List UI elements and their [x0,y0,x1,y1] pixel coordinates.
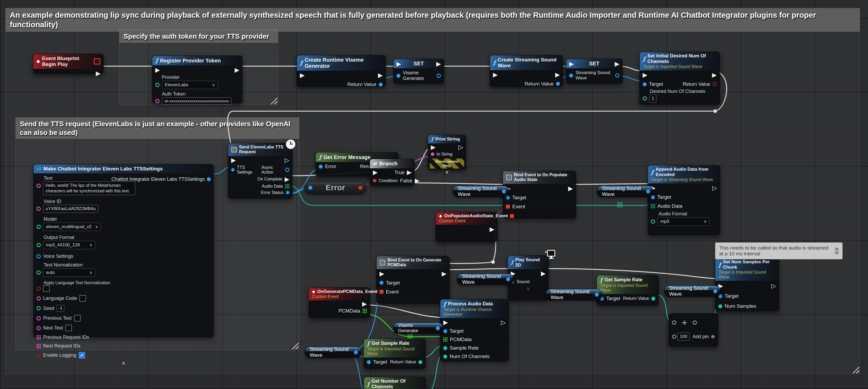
var-out-pin[interactable] [437,73,441,78]
voice-id-pin[interactable] [36,207,41,211]
num-channels-pin[interactable] [443,355,447,359]
provider-enum-pin[interactable] [155,83,159,87]
exec-out-pin[interactable]: ▶ [378,72,383,78]
node-print-string[interactable]: ƒ Print String ▶ ▷ In String Development… [428,135,466,170]
audio-data-array-pin[interactable] [651,204,655,208]
getter-out-pin[interactable] [506,277,510,281]
exec-out-pin[interactable]: ▶ [615,61,619,67]
node-bind-event-generate-pcmdata[interactable]: Bind Event to On Generate PCMData ▶ ▶ Ta… [376,256,450,303]
async-action-pin[interactable] [285,168,289,172]
getter-out-pin[interactable] [713,289,717,293]
node-set-initial-desired-num-channels[interactable]: ƒ Set Initial Desired Num Of Channels Ta… [640,52,720,104]
exec-in-pin[interactable]: ▶ [155,67,160,73]
exec-in-pin[interactable]: ▶ [493,72,498,78]
desired-num-channels-pin[interactable] [643,96,647,100]
struct-output-pin[interactable] [207,177,211,181]
audio-format-pin[interactable] [651,219,655,223]
reroute-dot[interactable] [713,109,717,113]
getter-out-pin[interactable] [646,189,650,193]
auth-token-input[interactable]: sk-xxxxxxxxxxxxxxxxxxxxxxxxxxxxxx [162,97,231,104]
exec-in-pin[interactable]: ▶ [231,157,236,163]
node-create-streaming-sound-wave[interactable]: ƒ Create Streaming Sound Wave ▶ ▶ Return… [490,55,563,87]
divide-input-b-pin[interactable] [672,334,676,339]
on-complete-exec-pin[interactable]: ▶ [285,176,289,182]
getter-streaming-sound-wave[interactable]: Streaming Sound Wave [453,186,509,197]
exec-in-pin[interactable]: ▶ [373,169,378,175]
true-exec-pin[interactable]: ▶ [407,169,411,175]
sample-rate-pin[interactable] [443,346,447,350]
node-comment-bubble[interactable]: This needs to be called so that audio is… [715,242,843,259]
previous-request-ids-pin[interactable] [36,335,41,339]
error-in-pin[interactable] [308,186,312,190]
node-event-begin-play[interactable]: ◆ Event Blueprint Begin Play ▶ [33,54,104,74]
exec-out-pin[interactable]: ▶ [442,271,446,277]
var-in-pin[interactable] [397,74,400,78]
divide-input-b-value[interactable]: 100 [677,333,689,340]
delegate-pin[interactable] [510,214,514,218]
previous-text-pin[interactable] [36,316,41,321]
exec-out-pin[interactable]: ▶ [541,270,546,276]
getter-streaming-sound-wave[interactable]: Streaming Sound Wave [597,186,653,197]
auth-token-pin[interactable] [155,99,159,103]
next-text-pin[interactable] [36,326,41,330]
text-pin[interactable] [36,184,41,188]
pcmdata-array-pin[interactable] [443,337,447,341]
getter-streaming-sound-wave[interactable]: Streaming Sound Wave [457,274,514,285]
exec-out-pin[interactable]: ▶ [490,226,494,232]
node-register-provider-token[interactable]: ƒ Register Provider Token ▶ ▶ Provider E… [152,56,243,103]
getter-viseme-generator[interactable]: Viseme Generator [393,323,443,334]
exec-out-pin[interactable]: ▶ [712,72,717,78]
add-pin-button[interactable]: Add pin⊕ [693,334,715,339]
getter-out-pin[interactable] [595,293,599,297]
exec-in-pin[interactable]: ▶ [569,61,574,67]
voice-id-input[interactable]: uYXf8XasLslADfZ2MB4u [43,205,98,213]
var-in-pin[interactable] [569,73,573,78]
node-get-sample-rate-right[interactable]: ƒ Get Sample Rate Target is Imported Sou… [597,275,658,305]
getter-out-pin[interactable] [436,326,440,330]
pcmdata-array-pin[interactable] [363,309,367,313]
node-set-viseme-generator[interactable]: SET ▶ ▶ Viseme Generator [393,59,444,84]
text-normalization-dropdown[interactable]: auto∨ [43,268,95,277]
exec-in-pin[interactable]: ▶ [379,271,384,277]
desired-num-channels-input[interactable]: 1 [649,94,656,102]
node-create-runtime-viseme-generator[interactable]: ƒ Create Runtime Viseme Generator ▶ ▶ Re… [297,55,386,87]
next-text-input[interactable] [65,325,72,331]
target-pin[interactable] [379,281,383,285]
return-value-pin[interactable] [651,297,655,301]
audio-data-array-pin[interactable] [285,184,289,188]
condition-pin[interactable] [373,179,376,182]
text-normalization-pin[interactable] [36,270,41,275]
seed-pin[interactable] [36,306,41,310]
output-format-dropdown[interactable]: mp3_44100_128∨ [43,241,95,249]
expand-chevron-icon[interactable]: ∨ [508,286,548,293]
node-error-collapsed[interactable]: Error [304,182,366,194]
target-pin[interactable] [643,82,647,86]
exec-out-pin[interactable]: ▷ [501,320,506,326]
node-get-sample-rate-bottom[interactable]: ƒ Get Sample Rate Target is Imported Sou… [364,338,426,369]
delegate-pin[interactable] [379,290,383,294]
collapse-chevron-icon[interactable]: ∧ [34,360,213,367]
next-request-ids-pin[interactable] [36,344,41,348]
exec-in-pin[interactable]: ▶ [643,72,647,78]
exec-out-pin[interactable]: ▶ [555,72,560,78]
tts-settings-pin[interactable] [231,168,235,172]
enable-logging-checkbox[interactable]: ✓ [79,352,85,359]
exec-in-pin[interactable]: ▶ [443,320,448,326]
getter-streaming-sound-wave[interactable]: Streaming Sound Wave [664,286,721,297]
error-out-pin[interactable] [359,186,362,190]
num-samples-pin[interactable] [718,304,722,308]
bubble-pin-icons[interactable] [835,248,839,254]
node-make-tts-settings[interactable]: ›= Make Chatbot Integrator Eleven Labs T… [33,164,214,337]
node-get-number-of-channels[interactable]: ƒ Get Number Of Channels Target is Impor… [364,377,426,389]
exec-out-pin[interactable]: ▶ [568,185,573,191]
target-pin[interactable] [367,360,371,364]
exec-out-pin[interactable]: ▷ [285,157,289,163]
exec-out-pin[interactable]: ▶ [362,301,367,307]
node-set-num-samples-per-chunk[interactable]: ƒ Set Num Samples Per Chunk Target is Im… [715,258,779,311]
return-value-pin[interactable] [712,82,717,86]
exec-out-pin[interactable]: ▶ [436,61,441,67]
exec-out-pin[interactable]: ▷ [771,283,776,289]
output-format-pin[interactable] [36,243,41,247]
node-set-streaming-sound-wave[interactable]: SET ▶ ▶ Streaming Sound Wave [566,59,623,84]
getter-streaming-sound-wave[interactable]: Streaming Sound Wave [546,289,602,300]
